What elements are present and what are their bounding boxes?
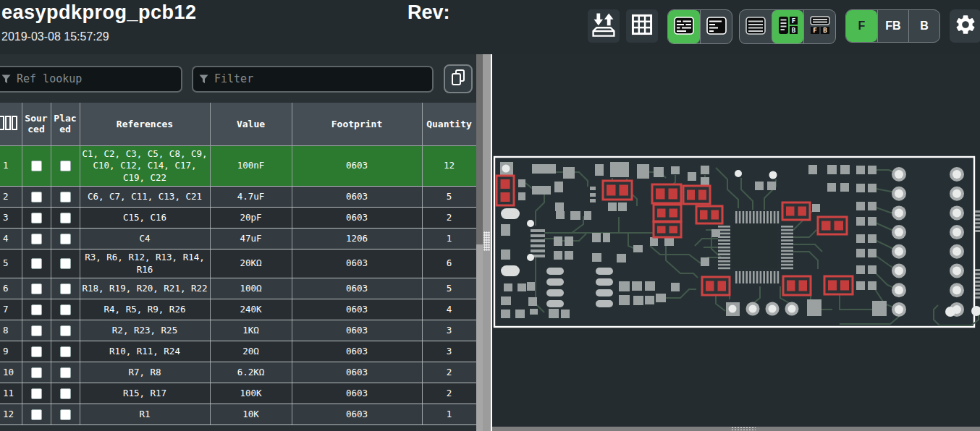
bom-scrollbar[interactable] [476,54,483,431]
footprint-cell: 0603 [292,145,422,187]
pcb-canvas-panel[interactable] [491,54,980,431]
sourced-checkbox[interactable] [31,304,42,315]
bom-row[interactable]: 1C1, C2, C3, C5, C8, C9, C10, C12, C14, … [0,145,476,187]
checkbox-cell [22,278,51,299]
row-number: 4 [0,229,22,249]
references-column-header[interactable]: References [80,103,210,145]
references-cell: C15, C16 [80,208,210,229]
ref-lookup-input[interactable] [0,66,182,93]
horizontal-splitter-handle[interactable] [731,427,756,431]
sourced-checkbox[interactable] [31,367,42,378]
filter-input[interactable] [192,66,434,93]
placed-checkbox[interactable] [60,192,71,202]
bom-row[interactable]: 11R15, R17100K06032 [0,383,476,404]
quantity-cell: 2 [422,383,476,404]
sourced-checkbox[interactable] [31,409,42,420]
placed-checkbox[interactable] [60,283,71,294]
checkbox-cell [22,145,51,187]
placed-column-header[interactable]: Placed [51,103,80,145]
value-cell: 100nF [210,145,292,187]
placed-checkbox[interactable] [60,234,71,244]
bom-row[interactable]: 7R4, R5, R9, R26240K06034 [0,299,476,320]
footprint-cell: 1206 [292,229,422,249]
sourced-checkbox[interactable] [31,161,42,171]
bom-header-row: Sourced Placed References Value Footprin… [0,103,476,145]
bom-row[interactable]: 4C447uF12061 [0,229,476,249]
copy-bom-button[interactable] [444,64,473,93]
quantity-column-header[interactable]: Quantity [422,103,476,145]
row-number: 9 [0,341,22,362]
sourced-checkbox[interactable] [31,192,42,202]
layout-bom-only-button[interactable] [740,10,772,43]
placed-checkbox[interactable] [60,409,71,420]
checkbox-cell [22,383,51,404]
column-settings-header[interactable] [0,103,22,145]
placed-checkbox[interactable] [60,325,71,336]
sourced-checkbox[interactable] [31,325,42,336]
funnel-icon [1,74,11,84]
settings-button[interactable] [950,9,980,43]
checkbox-cell [51,362,80,383]
sourced-checkbox[interactable] [31,283,42,294]
back-layer-button[interactable]: B [908,10,939,42]
bom-scrollbar-thumb[interactable] [476,54,483,244]
layout-left-right-button[interactable]: F B [772,10,803,43]
checkbox-cell [22,320,51,341]
checkbox-cell [22,341,51,362]
placed-checkbox[interactable] [60,346,71,357]
front-back-layer-button[interactable]: FB [877,10,908,42]
gear-icon [954,13,977,39]
checkbox-cell [22,299,51,320]
checkbox-cell [22,362,51,383]
bom-row[interactable]: 5R3, R6, R12, R13, R14, R1620KΩ06036 [0,249,476,278]
toolbar: F B F B [588,9,980,44]
placed-checkbox[interactable] [60,367,71,378]
value-column-header[interactable]: Value [210,103,292,145]
footprint-cell: 0603 [292,341,422,362]
bom-row[interactable]: 6R18, R19, R20, R21, R22100Ω06035 [0,278,476,299]
save-load-settings-button[interactable] [588,9,620,43]
bom-row[interactable]: 12R110K06031 [0,404,476,425]
bom-row[interactable]: 2C6, C7, C11, C13, C214.7uF06035 [0,187,476,208]
quantity-cell: 5 [422,278,476,299]
sourced-checkbox[interactable] [31,346,42,357]
pcb-front-canvas[interactable] [492,54,980,427]
row-number: 6 [0,278,22,299]
footprint-cell: 0603 [292,187,422,208]
bom-row[interactable]: 3C15, C1620pF06032 [0,208,476,229]
front-layer-button[interactable]: F [846,10,877,42]
placed-checkbox[interactable] [60,258,71,269]
placed-checkbox[interactable] [60,213,71,223]
footprint-column-header[interactable]: Footprint [292,103,422,145]
canvas-layer-group: F FB B [845,9,940,43]
sourced-column-header[interactable]: Sourced [22,103,51,145]
references-cell: C1, C2, C3, C5, C8, C9, C10, C12, C14, C… [80,145,210,187]
bom-panel: Sourced Placed References Value Footprin… [0,54,476,431]
vertical-splitter[interactable] [483,54,491,431]
bom-grouped-button[interactable] [668,10,700,43]
sourced-checkbox[interactable] [31,213,42,223]
sourced-checkbox[interactable] [31,388,42,399]
qfp-body [732,223,777,268]
sourced-checkbox[interactable] [31,234,42,244]
references-cell: R1 [80,404,210,425]
placed-checkbox[interactable] [60,304,71,315]
placed-checkbox[interactable] [60,161,71,171]
checkbox-cell [51,341,80,362]
layout-top-bottom-button[interactable]: F B [803,10,835,43]
horizontal-splitter[interactable] [492,427,980,431]
footprint-cell: 0603 [292,208,422,229]
checkbox-cell [22,229,51,249]
bom-ungrouped-button[interactable] [700,10,732,43]
stats-button[interactable] [626,9,658,43]
bom-row[interactable]: 9R10, R11, R2420Ω06033 [0,341,476,362]
bom-row[interactable]: 8R2, R23, R251KΩ06033 [0,320,476,341]
top-header: easypdkprog_pcb12 2019-03-08 15:57:29 Re… [0,0,980,54]
quantity-cell: 3 [422,320,476,341]
references-cell: C4 [80,229,210,249]
vertical-splitter-handle[interactable] [483,231,490,251]
footprint-cell: 0603 [292,249,422,278]
placed-checkbox[interactable] [60,388,71,399]
sourced-checkbox[interactable] [31,258,42,269]
bom-row[interactable]: 10R7, R86.2KΩ06032 [0,362,476,383]
